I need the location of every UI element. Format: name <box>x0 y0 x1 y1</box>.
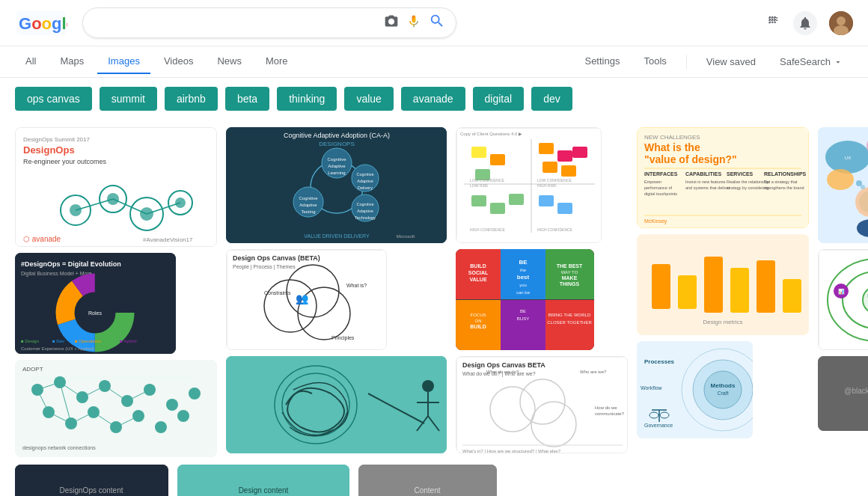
svg-text:best: best <box>517 274 530 281</box>
bottom-image-3[interactable]: Content <box>358 465 497 496</box>
chip-avanade[interactable]: avanade <box>401 87 465 111</box>
image-chat-value2[interactable]: Design metrics <box>637 234 809 335</box>
image-partial-bottom[interactable]: @black Consulting <box>818 356 868 431</box>
svg-rect-197 <box>652 264 670 309</box>
chip-dev[interactable]: dev <box>531 87 572 111</box>
image-orbit-diagram[interactable]: Design Ops 💡 🔧 👥 📊 <box>818 249 868 350</box>
svg-text:and systems that deliver: and systems that deliver <box>685 186 730 190</box>
svg-text:the: the <box>520 268 527 272</box>
svg-point-8 <box>769 21 771 23</box>
nav-news[interactable]: News <box>207 49 252 74</box>
nav-tools[interactable]: Tools <box>633 49 676 74</box>
chip-digital[interactable]: digital <box>473 87 525 111</box>
mic-button[interactable] <box>406 13 421 32</box>
nav-images[interactable]: Images <box>97 49 150 74</box>
svg-rect-126 <box>561 165 576 177</box>
camera-button[interactable] <box>384 13 399 32</box>
svg-text:RELATIONSHIPS: RELATIONSHIPS <box>764 171 807 177</box>
svg-text:Google: Google <box>19 14 67 33</box>
svg-rect-201 <box>757 260 775 313</box>
svg-text:Roles: Roles <box>88 310 102 316</box>
bottom-image-2[interactable]: Design content <box>177 465 349 496</box>
svg-text:⬡ avanade: ⬡ avanade <box>23 235 61 243</box>
svg-text:VALUE: VALUE <box>469 277 487 282</box>
svg-text:CLOSER TOGETHER: CLOSER TOGETHER <box>547 320 592 325</box>
image-value-design[interactable]: NEW CHALLENGES What is the "value of des… <box>637 127 809 228</box>
svg-text:■ Operations: ■ Operations <box>75 339 101 343</box>
nav-all[interactable]: All <box>15 49 46 74</box>
svg-point-60 <box>155 421 167 433</box>
chip-beta[interactable]: beta <box>225 87 269 111</box>
nav-videos[interactable]: Videos <box>153 49 204 74</box>
svg-point-207 <box>704 371 742 408</box>
svg-text:Adaptive: Adaptive <box>357 209 373 213</box>
google-logo[interactable]: Google <box>15 8 67 38</box>
svg-text:What is the: What is the <box>644 141 700 153</box>
image-confidence[interactable]: Copy of Client Questions 4.0 ▶ <box>456 127 602 243</box>
svg-text:Content: Content <box>414 486 440 495</box>
svg-text:Realise the relationship: Realise the relationship <box>727 180 769 184</box>
svg-text:HIGH RISK: HIGH RISK <box>537 183 557 188</box>
svg-text:FOCUS: FOCUS <box>471 313 486 317</box>
image-ops-canvas-2[interactable]: Design Ops Canvas BETA What do we do? | … <box>456 356 628 453</box>
search-button[interactable] <box>429 13 445 33</box>
svg-text:BUSY: BUSY <box>517 316 529 321</box>
svg-text:📊: 📊 <box>838 288 845 295</box>
chip-thinking[interactable]: thinking <box>277 87 337 111</box>
svg-text:THE BEST: THE BEST <box>557 263 583 269</box>
images-grid: DesignOps Summit 2017 DesignOps Re-engin… <box>0 120 868 465</box>
image-process-people[interactable]: Methods Craft Processes People Workflow … <box>637 341 753 438</box>
chip-value[interactable]: value <box>344 87 393 111</box>
svg-text:NEW CHALLENGES: NEW CHALLENGES <box>644 134 700 141</box>
svg-point-226 <box>827 169 854 190</box>
search-input[interactable]: designops <box>94 16 376 30</box>
image-social-value[interactable]: BUILD SOCIAL VALUE BE the best you can b… <box>456 249 594 350</box>
images-col-4: NEW CHALLENGES What is the "value of des… <box>637 127 809 457</box>
avatar[interactable] <box>829 11 853 35</box>
svg-text:■ Hybrid: ■ Hybrid <box>120 339 137 343</box>
svg-point-231 <box>861 185 865 189</box>
image-evolution[interactable]: #DesignOps = Digital Evolution Digital B… <box>15 253 176 354</box>
chip-ops-canvas[interactable]: ops canvas <box>15 87 92 111</box>
svg-rect-122 <box>539 143 554 154</box>
svg-text:LOW CONFIDENCE: LOW CONFIDENCE <box>470 178 505 183</box>
view-saved-link[interactable]: View saved <box>696 50 766 73</box>
image-tangle[interactable] <box>226 356 447 453</box>
nav-maps[interactable]: Maps <box>49 49 94 74</box>
svg-point-5 <box>769 19 771 20</box>
svg-rect-143 <box>501 300 545 350</box>
image-cognitive[interactable]: Cognitive Adaptive Adoption (CA-A) DESIG… <box>226 127 447 243</box>
image-canvas-beta[interactable]: Design Ops Canvas (BETA) People | Proces… <box>226 249 387 350</box>
svg-point-2 <box>769 16 771 19</box>
images-col-1: DesignOps Summit 2017 DesignOps Re-engin… <box>15 127 217 457</box>
chevron-down-icon <box>834 58 843 67</box>
safe-search-button[interactable]: SafeSearch <box>769 50 853 73</box>
image-network-dots[interactable]: ADOPT <box>15 360 217 457</box>
svg-point-28 <box>175 198 186 208</box>
nav-settings[interactable]: Settings <box>574 49 630 74</box>
apps-button[interactable] <box>766 13 781 32</box>
svg-text:"value of design?": "value of design?" <box>644 153 737 165</box>
image-chat-illustration[interactable]: UX Design Ops <box>818 127 868 243</box>
images-col-5: UX Design Ops Design <box>818 127 868 457</box>
svg-text:Methods: Methods <box>711 382 736 389</box>
svg-rect-125 <box>542 162 557 173</box>
svg-text:What's in?  |  How are we stru: What's in? | How are we structured? | Wh… <box>462 449 561 453</box>
svg-text:■ Dev: ■ Dev <box>52 339 64 343</box>
svg-text:Who are we?: Who are we? <box>580 370 607 374</box>
svg-rect-202 <box>783 279 801 313</box>
svg-text:Cognitive: Cognitive <box>299 196 318 200</box>
svg-text:Design Ops Canvas BETA: Design Ops Canvas BETA <box>462 361 545 369</box>
chip-summit[interactable]: summit <box>100 87 157 111</box>
image-avanade[interactable]: DesignOps Summit 2017 DesignOps Re-engin… <box>15 127 217 247</box>
svg-text:Empower: Empower <box>644 180 661 184</box>
notifications-button[interactable] <box>793 11 817 35</box>
svg-text:Re-engineer your outcomes: Re-engineer your outcomes <box>23 158 107 165</box>
svg-text:DesignOps: DesignOps <box>23 144 75 156</box>
svg-text:Principles: Principles <box>331 335 355 341</box>
nav-more[interactable]: More <box>255 49 299 74</box>
bottom-image-1[interactable]: DesignOps content <box>15 465 168 496</box>
svg-text:CAPABILITIES: CAPABILITIES <box>685 171 721 177</box>
chip-airbnb[interactable]: airbnb <box>165 87 218 111</box>
svg-text:Learning: Learning <box>328 171 345 175</box>
